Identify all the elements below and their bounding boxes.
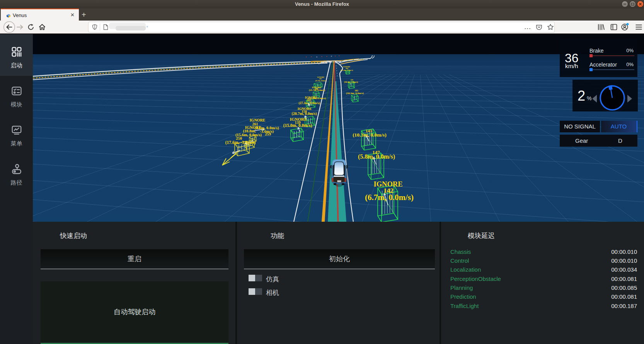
svg-text:(15.0m, 0.0m/s): (15.0m, 0.0m/s) [283,123,312,128]
svg-text:(17.6m, -3.3m/s): (17.6m, -3.3m/s) [225,140,256,145]
svg-text:(35.4m, 0.0m/s): (35.4m, 0.0m/s) [341,69,353,71]
svg-text:(27.3m, 0.0m/s): (27.3m, 0.0m/s) [298,101,320,105]
svg-text:(5.8m, 0.0m/s): (5.8m, 0.0m/s) [358,153,395,160]
svg-text:(15.7m, 0.0m/s): (15.7m, 0.0m/s) [309,89,325,92]
svg-text:259: 259 [265,132,271,136]
svg-text:(6.7m, 0.0m/s): (6.7m, 0.0m/s) [365,193,414,202]
svg-text:(18.3m, 0.0m/s): (18.3m, 0.0m/s) [346,92,364,95]
svg-text:(16.4m, 0.0m/s): (16.4m, 0.0m/s) [344,81,358,84]
svg-text:(31.3m, 0.0m/s): (31.3m, 0.0m/s) [315,80,327,82]
svg-text:(10.3m, 0.0m/s): (10.3m, 0.0m/s) [353,132,387,138]
svg-text:(20.7m, 0.0m/s): (20.7m, 0.0m/s) [292,111,317,116]
